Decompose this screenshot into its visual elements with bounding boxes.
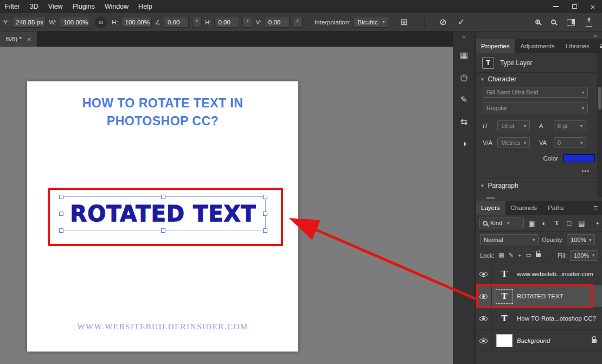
- fill-value: 100%: [574, 252, 589, 259]
- filter-pixel-layers-icon[interactable]: ▣: [527, 219, 536, 227]
- filter-shape-layers-icon[interactable]: □: [565, 219, 574, 227]
- h-skew-field[interactable]: 0.00: [214, 17, 239, 28]
- layer-thumbnail[interactable]: [492, 330, 517, 352]
- close-button[interactable]: ×: [584, 0, 602, 13]
- background-lock-cell: [585, 330, 602, 352]
- properties-menu-icon[interactable]: ≡: [595, 39, 602, 53]
- leading-select[interactable]: 8 pt ▾: [554, 120, 586, 131]
- lock-pixels-icon[interactable]: ✎: [509, 252, 514, 259]
- tab-properties[interactable]: Properties: [476, 39, 515, 53]
- rotation-field[interactable]: 0.00: [164, 17, 189, 28]
- width-field[interactable]: 100.00%: [60, 17, 90, 28]
- layer-row-background[interactable]: Background: [476, 330, 602, 352]
- font-size-select[interactable]: 10 pt ▾: [497, 120, 530, 131]
- expand-panels-icon[interactable]: »: [594, 32, 597, 39]
- eye-icon[interactable]: [479, 272, 488, 277]
- document-close-icon[interactable]: ×: [27, 35, 31, 43]
- layer-name[interactable]: www.websiteb...insider.com: [517, 263, 602, 285]
- tracking-select[interactable]: Metrics ▾: [497, 137, 530, 148]
- layer-row-rotated-text[interactable]: T ROTATED TEXT: [476, 285, 602, 308]
- layer-thumbnail[interactable]: T: [492, 263, 517, 285]
- text-layer-thumbnail-icon: T: [501, 291, 507, 302]
- layer-name[interactable]: ROTATED TEXT: [517, 285, 602, 307]
- menu-item-view[interactable]: View: [43, 0, 68, 13]
- chevron-down-icon: ▾: [580, 124, 582, 129]
- tab-layers[interactable]: Layers: [476, 201, 505, 215]
- collapse-panels-icon[interactable]: «: [453, 31, 475, 41]
- canvas-area[interactable]: HOW TO ROTATE TEXT IN PHOTOSHOP CC? ROTA…: [0, 47, 453, 364]
- warp-mode-button[interactable]: ⊞: [400, 17, 407, 27]
- character-section-header[interactable]: ▾ Character: [476, 73, 602, 86]
- lock-position-icon[interactable]: +: [518, 252, 521, 259]
- filter-search-icon: [483, 221, 488, 226]
- font-style-select[interactable]: Regular ▾: [483, 103, 588, 113]
- panel-icon-gradients[interactable]: ◑: [453, 135, 475, 153]
- layer-row-website-text[interactable]: T www.websiteb...insider.com: [476, 263, 602, 285]
- properties-scrollbar[interactable]: [597, 53, 602, 197]
- tab-channels[interactable]: Channels: [505, 201, 543, 215]
- interpolation-select[interactable]: Bicubic ▾: [354, 17, 388, 28]
- menu-item-help[interactable]: Help: [133, 0, 157, 13]
- lock-artboard-icon[interactable]: ▭: [526, 252, 531, 259]
- tab-adjustments[interactable]: Adjustments: [515, 39, 560, 53]
- eye-icon[interactable]: [479, 339, 488, 343]
- menu-item-filter[interactable]: Filter: [0, 0, 25, 13]
- layer-filter-row: Kind ▾ ▣ ◐ T □ ▤ ●: [476, 215, 602, 232]
- layer-name[interactable]: How TO Rota...otoshop CC?: [517, 308, 602, 329]
- tab-libraries[interactable]: Libraries: [560, 39, 595, 53]
- blend-mode-select[interactable]: Normal ▾: [480, 234, 539, 245]
- lock-transparency-icon[interactable]: ▦: [498, 252, 504, 259]
- discover-icon[interactable]: [535, 20, 540, 24]
- minimize-button[interactable]: [547, 0, 565, 13]
- filter-kind-value: Kind: [490, 220, 502, 226]
- filter-adjustment-layers-icon[interactable]: ◐: [540, 219, 549, 227]
- more-options-icon[interactable]: •••: [483, 162, 595, 178]
- scrollbar-thumb[interactable]: [598, 87, 601, 110]
- layer-thumbnail[interactable]: T: [492, 285, 517, 307]
- maintain-aspect-ratio-button[interactable]: ∞: [95, 16, 107, 28]
- layer-name[interactable]: Background: [517, 330, 585, 352]
- eye-icon[interactable]: [479, 294, 488, 299]
- filter-kind-select[interactable]: Kind ▾: [479, 218, 524, 228]
- document-tab[interactable]: B/8) * ×: [0, 31, 37, 47]
- visibility-cell[interactable]: [476, 285, 492, 307]
- search-icon[interactable]: [551, 20, 556, 24]
- restore-button[interactable]: [565, 0, 584, 13]
- type-layer-icon: T: [482, 57, 494, 69]
- menu-item-plugins[interactable]: Plugins: [68, 0, 100, 13]
- opacity-select[interactable]: 100% ▾: [567, 234, 595, 245]
- paragraph-section-header[interactable]: ▾ Paragraph: [476, 179, 602, 192]
- width-label: W:: [49, 19, 56, 25]
- panel-icon-brush-settings[interactable]: ✎: [453, 90, 475, 108]
- visibility-cell[interactable]: [476, 263, 492, 285]
- panel-icon-history[interactable]: ◷: [453, 68, 475, 86]
- workspace-panels-icon[interactable]: [567, 19, 575, 25]
- share-icon[interactable]: [586, 22, 592, 27]
- tab-paths[interactable]: Paths: [542, 201, 569, 215]
- height-field[interactable]: 100.00%: [121, 17, 152, 28]
- layer-thumbnail[interactable]: T: [492, 308, 517, 329]
- h-skew-label: H:: [205, 19, 212, 25]
- v-skew-field[interactable]: 0.00: [265, 17, 290, 28]
- font-family-select[interactable]: Gill Sans Ultra Bold ▾: [483, 87, 588, 98]
- visibility-cell[interactable]: [476, 308, 492, 329]
- filter-type-layers-icon[interactable]: T: [552, 219, 561, 227]
- layer-row-how-to-text[interactable]: T How TO Rota...otoshop CC?: [476, 308, 602, 330]
- commit-transform-button[interactable]: ✓: [454, 17, 469, 27]
- menu-item-3d[interactable]: 3D: [25, 0, 43, 13]
- layers-menu-icon[interactable]: ≡: [588, 201, 602, 215]
- cancel-transform-button[interactable]: ⊘: [436, 17, 451, 27]
- panel-icon-grid[interactable]: ▦: [453, 46, 475, 64]
- filter-smart-objects-icon[interactable]: ▤: [577, 219, 586, 227]
- visibility-cell[interactable]: [476, 330, 492, 352]
- fill-select[interactable]: 100% ▾: [570, 250, 598, 261]
- eye-icon[interactable]: [479, 316, 488, 321]
- filter-toggle-icon[interactable]: ●: [596, 221, 599, 226]
- menu-item-window[interactable]: Window: [100, 0, 133, 13]
- kerning-select[interactable]: 0 ▾: [554, 137, 586, 148]
- panel-icon-tool-presets[interactable]: ⇆: [453, 112, 475, 131]
- text-color-swatch[interactable]: [563, 154, 595, 162]
- lock-all-icon[interactable]: [536, 253, 541, 257]
- y-position-field[interactable]: 248.85 px: [12, 17, 46, 28]
- lock-label: Lock:: [480, 252, 494, 259]
